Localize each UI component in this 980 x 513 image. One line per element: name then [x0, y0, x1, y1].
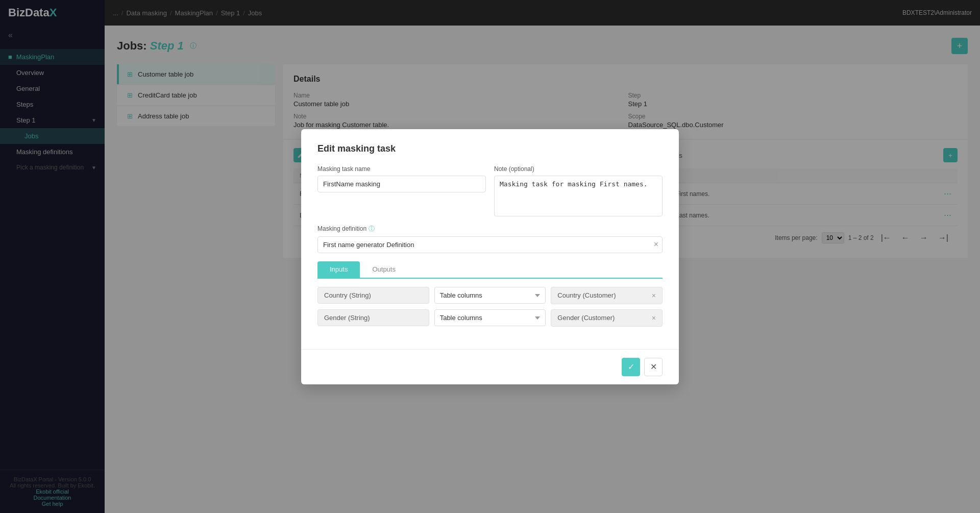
cancel-button[interactable]: ✕ — [644, 358, 663, 376]
param-tag-0: Country (String) — [317, 287, 429, 304]
task-name-group: Masking task name — [317, 165, 486, 216]
task-name-input[interactable] — [317, 176, 486, 192]
edit-masking-task-modal: Edit masking task Masking task name Note… — [301, 129, 679, 384]
param-tag-1: Gender (String) — [317, 309, 429, 326]
modal-form-row-1: Masking task name Note (optional) Maskin… — [317, 165, 663, 216]
clear-value-0-button[interactable]: × — [652, 291, 656, 300]
input-row-1: Gender (String) Table columns Gender (Cu… — [317, 309, 663, 327]
clear-masking-definition-button[interactable]: × — [654, 240, 658, 249]
masking-definition-group: Masking definition ⓘ × — [317, 225, 663, 253]
clear-value-1-button[interactable]: × — [652, 314, 656, 322]
note-textarea[interactable]: Masking task for masking First names. — [494, 176, 663, 216]
tab-outputs[interactable]: Outputs — [360, 261, 408, 279]
value-tag-1: Gender (Customer) × — [551, 309, 663, 327]
note-label: Note (optional) — [494, 165, 663, 173]
masking-definition-input[interactable] — [317, 236, 663, 253]
modal-body: Edit masking task Masking task name Note… — [301, 129, 679, 349]
task-name-label: Masking task name — [317, 165, 486, 173]
inputs-grid: Country (String) Table columns Country (… — [317, 287, 663, 327]
masking-definition-label: Masking definition ⓘ — [317, 225, 663, 233]
confirm-button[interactable]: ✓ — [622, 358, 640, 376]
input-row-0: Country (String) Table columns Country (… — [317, 287, 663, 304]
help-icon[interactable]: ⓘ — [369, 225, 375, 233]
masking-definition-input-wrapper: × — [317, 236, 663, 253]
modal-footer: ✓ ✕ — [301, 349, 679, 384]
source-type-select-1[interactable]: Table columns — [434, 309, 546, 326]
source-type-select-0[interactable]: Table columns — [434, 287, 546, 304]
modal-overlay: Edit masking task Masking task name Note… — [0, 0, 980, 513]
value-tag-0: Country (Customer) × — [551, 287, 663, 304]
note-group: Note (optional) Masking task for masking… — [494, 165, 663, 216]
modal-tabs: Inputs Outputs — [317, 261, 663, 279]
modal-title: Edit masking task — [317, 143, 663, 154]
tab-inputs[interactable]: Inputs — [317, 261, 360, 279]
